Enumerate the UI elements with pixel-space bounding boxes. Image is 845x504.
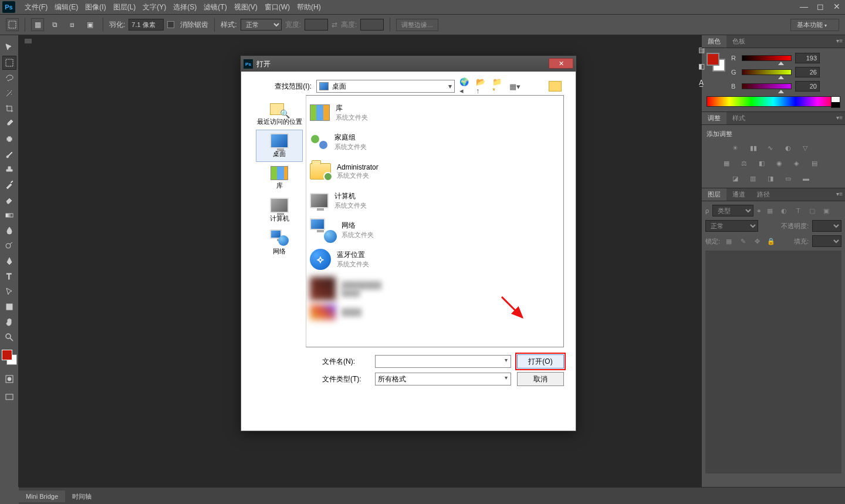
filter-adjust-icon[interactable]: ◐ [779,205,789,216]
place-libraries[interactable]: 库 [256,162,303,194]
heal-tool[interactable] [2,132,16,146]
selective-color-icon[interactable]: ▬ [803,175,814,184]
balance-icon[interactable]: ⚖ [741,160,753,169]
levels-icon[interactable]: ▮▮ [750,144,762,154]
hue-icon[interactable]: ▦ [724,160,735,169]
place-network[interactable]: 网络 [256,226,303,259]
open-button[interactable]: 打开(O) [517,354,564,368]
nav-back-icon[interactable]: 🌍◂ [459,80,471,92]
minibridge-tab[interactable]: Mini Bridge [19,491,65,502]
selection-intersect-icon[interactable]: ▣ [83,18,97,32]
vibrance-icon[interactable]: ▽ [803,144,814,154]
fill-select[interactable] [812,235,841,247]
favorites-icon[interactable] [549,81,562,92]
foreground-swatch[interactable] [2,350,12,360]
place-recent[interactable]: 最近访问的位置 [256,97,303,130]
panel-menu-icon[interactable]: ▾≡ [836,191,843,197]
hand-tool[interactable] [2,315,16,329]
menu-image[interactable]: 图像(I) [82,0,109,15]
curves-icon[interactable]: ∿ [768,144,779,154]
dialog-titlebar[interactable]: Ps 打开 ✕ [241,56,576,72]
window-minimize[interactable]: — [796,1,812,12]
file-item-network[interactable]: 网络系统文件夹 [309,215,561,245]
current-tool-icon[interactable] [6,18,19,31]
stamp-tool[interactable] [2,163,16,177]
window-close[interactable]: ✕ [829,1,845,12]
marquee-tool[interactable] [2,56,16,70]
r-slider[interactable] [742,55,792,61]
lock-pixels-icon[interactable]: ▦ [724,236,734,246]
filter-shape-icon[interactable]: ▢ [807,205,817,216]
file-item-homegroup[interactable]: 家庭组系统文件夹 [309,127,561,157]
path-select-tool[interactable] [2,285,16,299]
move-tool[interactable] [2,40,16,55]
r-input[interactable] [795,53,820,63]
feather-input[interactable] [129,19,164,31]
style-select[interactable]: 正常 [241,19,282,31]
invert-icon[interactable]: ◪ [732,175,744,184]
channel-mixer-icon[interactable]: ◈ [794,160,806,169]
menu-filter[interactable]: 滤镜(T) [200,0,230,15]
place-computer[interactable]: 计算机 [256,194,303,226]
blend-mode-select[interactable]: 正常 [705,220,758,232]
g-input[interactable] [795,67,820,77]
window-maximize[interactable]: ◻ [812,1,829,12]
menu-edit[interactable]: 编辑(E) [51,0,82,15]
color-spectrum[interactable] [707,96,840,107]
tab-swatches[interactable]: 色板 [726,35,751,48]
crop-tool[interactable] [2,102,16,116]
tab-layers[interactable]: 图层 [702,188,726,201]
place-desktop[interactable]: 桌面 [256,130,303,162]
threshold-icon[interactable]: ◨ [768,175,779,184]
layer-filter-kind[interactable]: 类型 [712,205,753,217]
tab-adjustments[interactable]: 调整 [702,112,726,124]
lock-move-icon[interactable]: ✥ [752,236,762,246]
new-folder-icon[interactable]: 📁* [492,80,504,92]
blur-tool[interactable] [2,224,16,238]
selection-new-icon[interactable]: ▦ [31,18,44,31]
pen-tool[interactable] [2,254,16,268]
exposure-icon[interactable]: ◐ [785,144,797,154]
canvas-expand-tab[interactable] [25,39,32,43]
lock-all-icon[interactable]: 🔒 [766,236,776,246]
lock-position-icon[interactable]: ✎ [738,236,748,246]
file-item-computer[interactable]: 计算机系统文件夹 [309,186,561,215]
character-panel-icon[interactable]: A̲ [695,76,708,89]
selection-subtract-icon[interactable]: ⧈ [65,18,79,32]
filter-pixel-icon[interactable]: ▦ [765,205,775,216]
menu-window[interactable]: 窗口(W) [261,0,293,15]
menu-type[interactable]: 文字(Y) [139,0,170,15]
gradient-tool[interactable] [2,208,16,222]
brush-tool[interactable] [2,147,16,161]
panel-menu-icon[interactable]: ▾≡ [836,114,843,121]
gradient-map-icon[interactable]: ▭ [785,175,797,184]
filter-smart-icon[interactable]: ▣ [821,205,832,216]
tab-channels[interactable]: 通道 [726,188,751,201]
shape-tool[interactable] [2,300,16,314]
tab-color[interactable]: 颜色 [702,35,726,48]
lookup-icon[interactable]: ▤ [812,160,823,169]
antialias-checkbox[interactable] [167,21,174,28]
dialog-close-button[interactable]: ✕ [549,58,573,69]
filename-input[interactable] [375,355,511,368]
brightness-icon[interactable]: ☀ [732,144,744,154]
opacity-select[interactable] [812,220,841,232]
file-item-libraries[interactable]: 库系统文件夹 [309,98,561,127]
history-brush-tool[interactable] [2,178,16,192]
timeline-tab[interactable]: 时间轴 [65,490,99,503]
layers-list[interactable] [705,251,841,473]
tab-paths[interactable]: 路径 [751,188,776,201]
menu-view[interactable]: 视图(V) [231,0,261,15]
panel-menu-icon[interactable]: ▾≡ [836,38,843,44]
menu-layer[interactable]: 图层(L) [110,0,140,15]
posterize-icon[interactable]: ▥ [750,175,762,184]
g-slider[interactable] [742,69,792,75]
menu-select[interactable]: 选择(S) [170,0,200,15]
b-slider[interactable] [742,83,792,89]
type-tool[interactable]: T [2,269,16,283]
zoom-tool[interactable] [2,330,16,344]
dodge-tool[interactable] [2,239,16,253]
properties-panel-icon[interactable]: ◧ [695,60,708,73]
workspace-switcher[interactable]: 基本功能 ▾ [790,19,839,31]
filetype-select[interactable] [375,373,511,385]
